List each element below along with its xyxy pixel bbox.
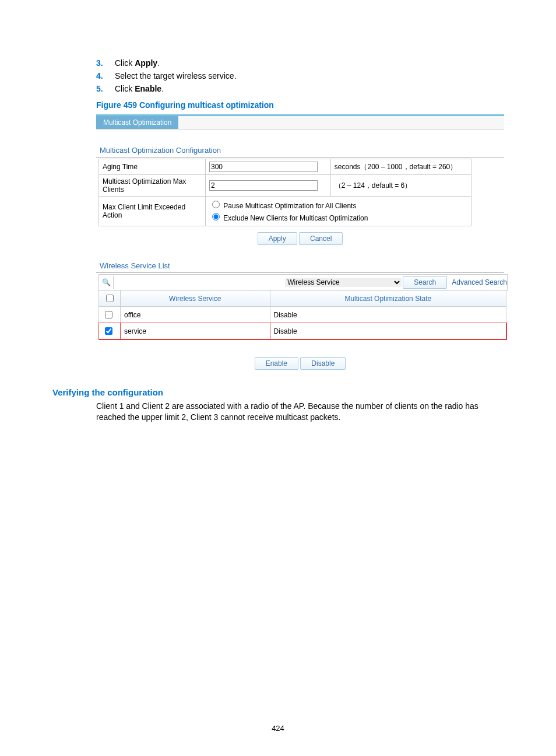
radio-exclude[interactable] <box>212 213 220 220</box>
cancel-button[interactable]: Cancel <box>299 232 343 245</box>
search-column-select[interactable]: Wireless Service <box>285 278 402 287</box>
advanced-search-link[interactable]: Advanced Search <box>452 278 507 286</box>
row-checkbox-office[interactable] <box>105 311 112 318</box>
config-form: Aging Time seconds（200 – 1000，default = … <box>98 159 471 226</box>
step-num-4: 4. <box>96 71 115 80</box>
aging-time-label: Aging Time <box>99 159 206 175</box>
step-num-3: 3. <box>96 58 115 68</box>
search-icon: 🔍 <box>99 276 114 289</box>
col-state[interactable]: Multicast Optimization State <box>270 290 506 307</box>
row-name: office <box>121 307 270 323</box>
aging-time-input[interactable] <box>209 162 318 172</box>
page-number: 424 <box>0 724 556 733</box>
table-row[interactable]: service Disable <box>99 323 506 340</box>
config-section-title: Multicast Optimization Configuration <box>100 146 504 155</box>
select-all-checkbox[interactable] <box>106 295 114 302</box>
step-text-5: Click Enable. <box>115 84 164 93</box>
step-text-4: Select the target wireless service. <box>115 71 237 80</box>
enable-button[interactable]: Enable <box>255 357 298 370</box>
step-5: 5. Click Enable. <box>96 84 504 93</box>
verify-heading: Verifying the configuration <box>52 387 504 397</box>
step-num-5: 5. <box>96 84 115 93</box>
step-4: 4. Select the target wireless service. <box>96 71 504 80</box>
search-button[interactable]: Search <box>403 276 447 289</box>
figure-caption: Figure 459 Configuring multicast optimiz… <box>96 100 504 110</box>
aging-time-hint: seconds（200 – 1000，default = 260） <box>330 159 471 175</box>
tab-multicast-optimization[interactable]: Multicast Optimization <box>96 116 178 129</box>
action-label: Max Client Limit Exceeded Action <box>99 197 206 226</box>
max-clients-input[interactable] <box>209 180 318 191</box>
wireless-service-table: Wireless Service Multicast Optimization … <box>98 290 506 340</box>
config-panel: Multicast Optimization Multicast Optimiz… <box>96 114 504 370</box>
radio-pause[interactable] <box>212 201 220 208</box>
row-checkbox-service[interactable] <box>105 327 112 335</box>
max-clients-hint: （2 – 124，default = 6） <box>330 175 471 197</box>
step-3: 3. Click Apply. <box>96 58 504 68</box>
row-state: Disable <box>270 307 506 323</box>
step-text-3: Click Apply. <box>115 58 160 68</box>
apply-button[interactable]: Apply <box>258 232 297 245</box>
row-state: Disable <box>270 323 506 340</box>
max-clients-label: Multicast Optimization Max Clients <box>99 175 206 197</box>
tab-bar: Multicast Optimization <box>96 116 504 130</box>
row-name: service <box>121 323 270 340</box>
wireless-section-title: Wireless Service List <box>100 261 504 270</box>
table-row[interactable]: office Disable <box>99 307 506 323</box>
search-row: 🔍 Wireless Service Search Advanced Searc… <box>98 274 508 290</box>
verify-body: Client 1 and Client 2 are associated wit… <box>96 401 504 423</box>
search-text-input[interactable] <box>116 278 177 287</box>
disable-button[interactable]: Disable <box>300 357 346 370</box>
radio-pause-label: Pause Multicast Optimization for All Cli… <box>223 202 356 210</box>
col-wireless-service[interactable]: Wireless Service <box>121 290 270 307</box>
radio-exclude-label: Exclude New Clients for Multicast Optimi… <box>223 214 368 222</box>
